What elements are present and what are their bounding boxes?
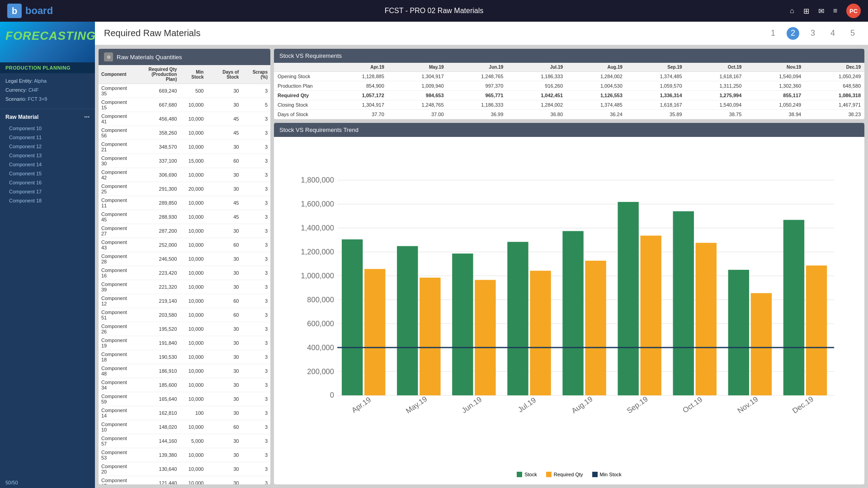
legend-label: Stock [524,472,537,477]
sidebar-list-item[interactable]: Component 18 [0,196,95,205]
table-cell: 3 [241,126,270,140]
table-row: Component 19191,84010,000303 [99,336,270,350]
table-cell: 10,000 [179,266,206,280]
stock-cell: 1,284,002 [507,100,566,110]
svg-text:1,400,000: 1,400,000 [301,224,334,232]
raw-materials-panel-title: Raw Materials Quantities [117,54,182,61]
table-cell: Component 26 [99,322,137,336]
legend-item: Stock [517,472,537,477]
raw-materials-table[interactable]: ComponentRequired Qty(Production Plan)Mi… [99,65,270,484]
sidebar: FORECASTING PRODUCTION PLANNING Legal En… [0,22,95,488]
table-cell: Component 11 [99,196,137,210]
table-cell: 287,200 [137,224,179,238]
page-nav-item-1[interactable]: 1 [767,27,779,40]
page-nav-item-2[interactable]: 2 [787,27,799,40]
page-nav-item-4[interactable]: 4 [826,27,839,40]
table-cell: Component 43 [99,238,137,252]
stock-table-row: Production Plan854,9001,009,940997,37091… [274,81,864,91]
stock-cell: 1,311,250 [686,81,745,91]
table-cell: 10,000 [179,350,206,364]
stock-cell: 36.24 [566,110,626,119]
table-cell: 45 [206,196,241,210]
stock-cell: 1,128,885 [328,72,388,81]
user-avatar[interactable]: PC [846,4,861,18]
home-icon[interactable]: ⌂ [790,7,794,15]
svg-text:200,000: 200,000 [307,367,334,375]
table-cell: 306,690 [137,168,179,182]
table-cell: 30 [206,392,241,406]
raw-materials-panel-header: ⚙ Raw Materials Quantities [99,49,270,65]
sidebar-list-item[interactable]: Component 14 [0,160,95,169]
table-cell: 30 [206,364,241,378]
table-cell: 3 [241,406,270,420]
table-row: Component 35669,240500303 [99,84,270,98]
required-bar [696,243,717,395]
page-nav-item-5[interactable]: 5 [846,27,859,40]
table-cell: Component 15 [99,98,137,112]
stock-table-row: Days of Stock37.7037.0036.9936.8036.2435… [274,110,864,119]
stock-col-header-0 [274,63,328,72]
stock-cell: 1,248,765 [388,100,448,110]
table-cell: Component 51 [99,308,137,322]
sidebar-list-item[interactable]: Component 10 [0,124,95,133]
col-header-1: Required Qty(Production Plan) [137,65,179,84]
sidebar-info: Legal Entity: Alpha Currency: CHF Scenar… [0,73,95,107]
table-cell: 3 [241,182,270,196]
table-cell: 30 [206,406,241,420]
table-cell: 10,000 [179,294,206,308]
stock-cell: 1,186,333 [507,72,566,81]
stock-cell: 38.75 [686,110,745,119]
table-cell: 291,300 [137,182,179,196]
sidebar-list-item[interactable]: Component 17 [0,187,95,196]
stock-cell: 37.00 [388,110,448,119]
table-cell: 10,000 [179,420,206,434]
svg-text:600,000: 600,000 [307,319,334,328]
sidebar-list-item[interactable]: Component 16 [0,178,95,187]
table-cell: 195,520 [137,322,179,336]
dashboard: ⚙ Raw Materials Quantities ComponentRequ… [95,45,868,488]
table-cell: 667,680 [137,98,179,112]
stock-cell: 1,004,530 [566,81,626,91]
table-cell: 3 [241,476,270,485]
stock-month-header: May.19 [388,63,448,72]
col-header-0: Component [99,65,137,84]
table-cell: Component 20 [99,462,137,476]
stock-cell: 1,057,172 [328,91,388,100]
table-cell: 3 [241,168,270,182]
page-title: Required Raw Materials [104,28,200,38]
table-row: Component 53139,38010,000303 [99,448,270,462]
page-nav-item-3[interactable]: 3 [807,27,819,40]
table-cell: 10,000 [179,140,206,154]
stock-cell: 38.94 [745,110,805,119]
table-cell: 45 [206,210,241,224]
chat-icon[interactable]: ✉ [818,7,824,15]
table-cell: Component 28 [99,252,137,266]
required-bar [420,277,440,395]
screen-icon[interactable]: ⊞ [803,7,809,15]
table-cell: 130,640 [137,462,179,476]
sidebar-list-item[interactable]: Component 11 [0,133,95,142]
stock-table-row: Opening Stock1,128,8851,304,9171,248,765… [274,72,864,81]
stock-panel-header: Stock VS Requirements [274,49,864,63]
table-row: Component 20130,64010,000303 [99,462,270,476]
legend-item: Required Qty [546,472,583,477]
sidebar-list-item[interactable]: Component 15 [0,169,95,178]
stock-bar [673,211,694,395]
raw-material-options-icon[interactable]: ⋯ [84,114,90,120]
svg-text:800,000: 800,000 [307,296,334,304]
sidebar-list-item[interactable]: Component 12 [0,142,95,151]
stock-vs-req-panel: Stock VS Requirements Apr.19May.19Jun.19… [274,49,864,119]
table-row: Component 10148,02010,000603 [99,420,270,434]
sidebar-list-item[interactable]: Component 13 [0,151,95,160]
table-cell: 30 [206,280,241,294]
stock-bar [728,270,749,395]
table-cell: 669,240 [137,84,179,98]
table-row: Component 56358,26010,000453 [99,126,270,140]
required-bar [475,280,495,395]
table-cell: Component 42 [99,168,137,182]
stock-cell: 1,086,318 [805,91,864,100]
raw-materials-panel: ⚙ Raw Materials Quantities ComponentRequ… [99,49,270,484]
menu-icon[interactable]: ≡ [833,7,837,15]
table-cell: 3 [241,196,270,210]
col-header-3: Days of Stock [206,65,241,84]
